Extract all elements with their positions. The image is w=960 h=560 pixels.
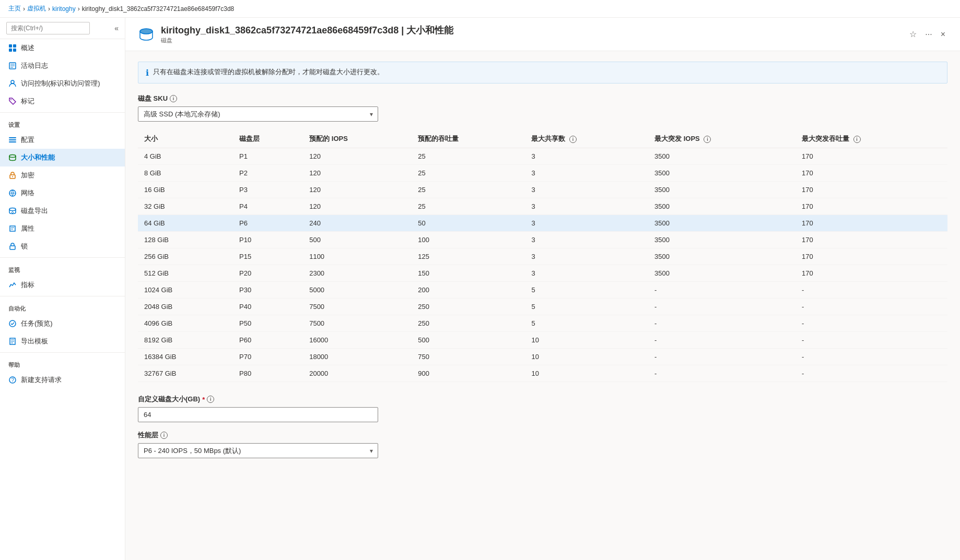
- sidebar-item-export-label: 磁盘导出: [21, 206, 48, 216]
- col-iops: 预配的 IOPS: [303, 130, 412, 148]
- sidebar-collapse-button[interactable]: «: [114, 24, 119, 32]
- sidebar-item-overview[interactable]: 概述: [0, 39, 125, 57]
- svg-rect-10: [9, 137, 16, 138]
- custom-size-input[interactable]: [138, 407, 378, 422]
- cell-size: 16 GiB: [138, 182, 233, 198]
- cell-size: 2048 GiB: [138, 299, 233, 315]
- template-icon: [8, 337, 17, 345]
- sidebar-item-template-label: 导出模板: [21, 337, 48, 346]
- breadcrumb-vm[interactable]: 虚拟机: [27, 4, 46, 13]
- table-row[interactable]: 8192 GiB P60 16000 500 10 - -: [138, 332, 947, 349]
- support-icon: ?: [8, 376, 17, 384]
- cell-maxshare: 5: [525, 282, 648, 299]
- perf-tier-info-icon[interactable]: i: [160, 432, 168, 439]
- cell-size: 512 GiB: [138, 265, 233, 282]
- sidebar-item-template[interactable]: 导出模板: [0, 332, 125, 350]
- perf-tier-select[interactable]: P6 - 240 IOPS，50 MBps (默认): [138, 443, 378, 458]
- cell-size: 8 GiB: [138, 165, 233, 182]
- svg-point-8: [11, 80, 14, 84]
- cell-burst-throughput: -: [795, 365, 947, 382]
- cell-size: 4 GiB: [138, 148, 233, 165]
- sidebar-item-overview-label: 概述: [21, 43, 34, 53]
- page-title-area: kiritoghy_disk1_3862ca5f73274721ae86e684…: [161, 24, 901, 44]
- col-burst-iops: 最大突发 IOPS i: [648, 130, 795, 148]
- cell-iops: 240: [303, 215, 412, 232]
- svg-rect-11: [9, 139, 16, 140]
- cell-throughput: 750: [412, 349, 525, 365]
- burst-throughput-info-icon[interactable]: i: [853, 136, 861, 143]
- task-icon: [8, 319, 17, 328]
- breadcrumb-home[interactable]: 主页: [8, 4, 21, 13]
- svg-rect-1: [13, 44, 16, 47]
- table-row[interactable]: 2048 GiB P40 7500 250 5 - -: [138, 299, 947, 315]
- table-row[interactable]: 4096 GiB P50 7500 250 5 - -: [138, 315, 947, 332]
- close-button[interactable]: ×: [939, 28, 947, 41]
- more-button[interactable]: ···: [923, 28, 934, 41]
- cell-burst-iops: 3500: [648, 148, 795, 165]
- sidebar-item-metrics-label: 指标: [21, 280, 34, 290]
- sidebar-item-network-label: 网络: [21, 188, 34, 198]
- divider-3: [0, 296, 125, 296]
- table-row[interactable]: 32 GiB P4 120 25 3 3500 170: [138, 198, 947, 215]
- favorite-button[interactable]: ☆: [907, 27, 919, 41]
- col-burst-throughput: 最大突发吞吐量 i: [795, 130, 947, 148]
- table-row[interactable]: 256 GiB P15 1100 125 3 3500 170: [138, 248, 947, 265]
- sidebar-item-props[interactable]: 属性: [0, 220, 125, 237]
- sidebar-item-task-label: 任务(预览): [21, 319, 53, 328]
- page-subtitle: 磁盘: [161, 37, 901, 44]
- cell-burst-throughput: 170: [795, 215, 947, 232]
- custom-size-info-icon[interactable]: i: [207, 396, 214, 403]
- cell-burst-iops: 3500: [648, 248, 795, 265]
- svg-point-25: [140, 29, 153, 34]
- burst-iops-info-icon[interactable]: i: [704, 136, 711, 143]
- sidebar-item-task[interactable]: 任务(预览): [0, 315, 125, 332]
- cell-burst-iops: 3500: [648, 182, 795, 198]
- page-header-top: kiritoghy_disk1_3862ca5f73274721ae86e684…: [138, 24, 947, 51]
- sidebar-item-encrypt[interactable]: 加密: [0, 166, 125, 184]
- cell-iops: 16000: [303, 332, 412, 349]
- cell-throughput: 250: [412, 299, 525, 315]
- sidebar-item-network[interactable]: 网络: [0, 184, 125, 202]
- sku-info-icon[interactable]: i: [170, 95, 177, 102]
- svg-point-17: [9, 208, 16, 211]
- required-star: *: [202, 396, 205, 403]
- sku-select[interactable]: 高级 SSD (本地冗余存储)标准 SSD (本地冗余存储)标准 HDD (本地…: [138, 106, 378, 122]
- sidebar-item-config[interactable]: 配置: [0, 131, 125, 149]
- sidebar-item-size[interactable]: 大小和性能: [0, 149, 125, 166]
- search-input[interactable]: [6, 22, 90, 34]
- cell-burst-throughput: -: [795, 315, 947, 332]
- sidebar-item-export[interactable]: 磁盘导出: [0, 202, 125, 220]
- access-icon: [8, 79, 17, 88]
- sidebar-item-access[interactable]: 访问控制(标识和访问管理): [0, 75, 125, 92]
- table-row[interactable]: 4 GiB P1 120 25 3 3500 170: [138, 148, 947, 165]
- export-icon: [8, 207, 17, 215]
- sidebar-item-access-label: 访问控制(标识和访问管理): [21, 79, 100, 88]
- sidebar-item-lock[interactable]: 锁: [0, 237, 125, 255]
- table-row[interactable]: 8 GiB P2 120 25 3 3500 170: [138, 165, 947, 182]
- sidebar-item-lock-label: 锁: [21, 242, 28, 251]
- cell-throughput: 50: [412, 215, 525, 232]
- cell-size: 128 GiB: [138, 232, 233, 248]
- cell-burst-iops: -: [648, 315, 795, 332]
- sidebar-item-tags[interactable]: 标记: [0, 92, 125, 110]
- svg-rect-0: [9, 44, 12, 47]
- table-row[interactable]: 16 GiB P3 120 25 3 3500 170: [138, 182, 947, 198]
- cell-maxshare: 3: [525, 182, 648, 198]
- table-row[interactable]: 64 GiB P6 240 50 3 3500 170: [138, 215, 947, 232]
- cell-tier: P60: [233, 332, 303, 349]
- table-row[interactable]: 16384 GiB P70 18000 750 10 - -: [138, 349, 947, 365]
- sidebar-item-support[interactable]: ? 新建支持请求: [0, 371, 125, 389]
- sidebar-item-activity[interactable]: 活动日志: [0, 57, 125, 75]
- sidebar-item-activity-label: 活动日志: [21, 61, 48, 70]
- table-row[interactable]: 32767 GiB P80 20000 900 10 - -: [138, 365, 947, 382]
- maxshare-info-icon[interactable]: i: [569, 136, 577, 143]
- cell-throughput: 25: [412, 198, 525, 215]
- sidebar-item-metrics[interactable]: 指标: [0, 276, 125, 294]
- info-banner: ℹ 只有在磁盘未连接或管理的虚拟机被解除分配时，才能对磁盘大小进行更改。: [138, 62, 947, 84]
- cell-tier: P15: [233, 248, 303, 265]
- info-banner-icon: ℹ: [146, 68, 149, 78]
- table-row[interactable]: 512 GiB P20 2300 150 3 3500 170: [138, 265, 947, 282]
- table-row[interactable]: 1024 GiB P30 5000 200 5 - -: [138, 282, 947, 299]
- table-row[interactable]: 128 GiB P10 500 100 3 3500 170: [138, 232, 947, 248]
- breadcrumb-vm-name[interactable]: kiritoghy: [52, 5, 76, 13]
